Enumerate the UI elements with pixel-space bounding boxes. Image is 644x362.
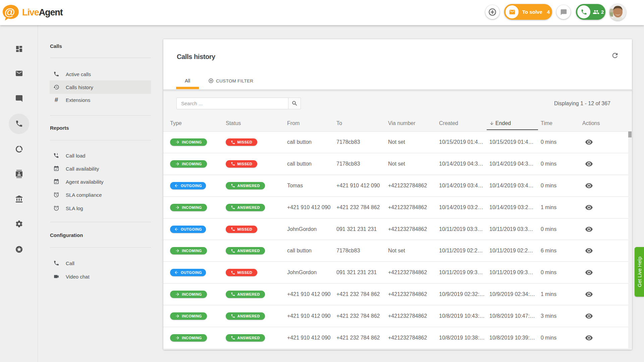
- svg-text:@: @: [4, 6, 15, 18]
